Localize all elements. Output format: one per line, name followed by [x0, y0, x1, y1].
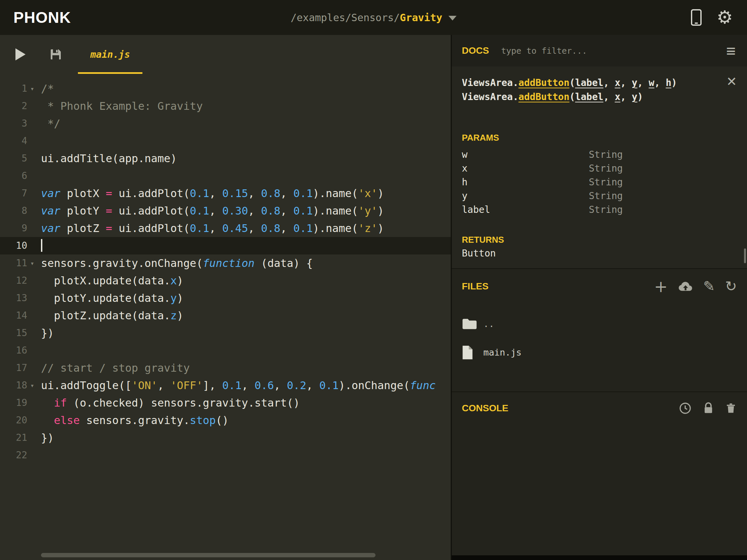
code-lines[interactable]: 1▾/*2 * Phonk Example: Gravity3 */45ui.a…	[0, 74, 451, 464]
file-icon	[462, 345, 483, 360]
code-line[interactable]: 11▾sensors.gravity.onChange(function (da…	[0, 255, 451, 272]
code-text: /*	[37, 80, 54, 97]
fold-marker-icon	[27, 394, 37, 411]
code-line[interactable]: 17// start / stop gravity	[0, 359, 451, 377]
param-row: labelString	[462, 203, 737, 217]
docs-signature: ViewsArea.addButton(label, x, y, w, h)	[462, 76, 737, 90]
file-row-parent-dir[interactable]: ..	[452, 310, 747, 338]
editor-horizontal-scrollbar[interactable]	[41, 553, 376, 557]
code-line[interactable]: 22	[0, 447, 451, 464]
code-text: // start / stop gravity	[37, 359, 190, 377]
code-line[interactable]: 5ui.addTitle(app.name)	[0, 150, 451, 167]
code-text: plotZ.update(data.z)	[37, 307, 183, 324]
trash-icon[interactable]	[725, 402, 737, 415]
line-number: 16	[0, 342, 27, 359]
code-line[interactable]: 9var plotZ = ui.addPlot(0.1, 0.45, 0.8, …	[0, 219, 451, 237]
files-title: FILES	[462, 281, 488, 292]
breadcrumb-path: /examples/Sensors/	[290, 12, 400, 24]
play-icon	[16, 48, 26, 60]
fold-marker-icon[interactable]: ▾	[27, 255, 37, 272]
save-floppy-icon	[49, 48, 62, 61]
code-text: var plotY = ui.addPlot(0.1, 0.30, 0.8, 0…	[37, 202, 384, 219]
line-number: 19	[0, 394, 27, 411]
line-number: 20	[0, 411, 27, 429]
line-number: 18	[0, 377, 27, 394]
device-phone-icon[interactable]	[691, 9, 702, 26]
param-row: hString	[462, 175, 737, 189]
fold-marker-icon	[27, 150, 37, 167]
fold-marker-icon[interactable]: ▾	[27, 377, 37, 394]
history-clock-icon[interactable]	[678, 402, 692, 415]
code-line[interactable]: 16	[0, 342, 451, 359]
phonk-app: PHONK /examples/Sensors/Gravity ⚙ main.j…	[0, 0, 747, 560]
param-row: wString	[462, 148, 737, 161]
code-editor: main.js 1▾/*2 * Phonk Example: Gravity3 …	[0, 35, 451, 560]
code-text	[37, 342, 41, 359]
fold-marker-icon	[27, 219, 37, 237]
close-icon[interactable]: ✕	[726, 75, 737, 88]
settings-gear-icon[interactable]: ⚙	[717, 8, 733, 27]
code-text	[37, 132, 41, 150]
line-number: 14	[0, 307, 27, 324]
code-line[interactable]: 18▾ui.addToggle(['ON', 'OFF'], 0.1, 0.6,…	[0, 377, 451, 394]
upload-cloud-icon[interactable]	[678, 280, 693, 292]
line-number: 1	[0, 80, 27, 97]
fold-marker-icon[interactable]: ▾	[27, 80, 37, 97]
fold-marker-icon	[27, 97, 37, 115]
line-number: 4	[0, 132, 27, 150]
param-type: String	[589, 161, 623, 175]
code-line[interactable]: 2 * Phonk Example: Gravity	[0, 97, 451, 115]
topbar-icons: ⚙	[691, 8, 733, 27]
console-header: CONSOLE	[452, 392, 747, 415]
save-button[interactable]	[49, 48, 62, 61]
param-name: label	[462, 203, 589, 217]
console-panel: CONSOLE	[452, 392, 747, 560]
console-title: CONSOLE	[462, 403, 508, 414]
code-line[interactable]: 1▾/*	[0, 80, 451, 97]
run-play-button[interactable]	[16, 48, 27, 60]
project-selector[interactable]: /examples/Sensors/Gravity	[290, 12, 457, 24]
fold-marker-icon	[27, 132, 37, 150]
param-row: xString	[462, 161, 737, 175]
file-row-main-js[interactable]: main.js	[452, 338, 747, 367]
menu-icon[interactable]: ≡	[726, 43, 736, 58]
code-line[interactable]: 15})	[0, 324, 451, 342]
file-label: main.js	[483, 347, 522, 357]
code-text: else sensors.gravity.stop()	[37, 411, 229, 429]
line-number: 6	[0, 167, 27, 185]
edit-pencil-icon[interactable]: ✎	[703, 279, 715, 293]
fold-marker-icon	[27, 272, 37, 289]
add-file-icon[interactable]: +	[654, 278, 667, 294]
lock-icon[interactable]	[702, 402, 715, 415]
line-number: 9	[0, 219, 27, 237]
code-text: plotY.update(data.y)	[37, 289, 183, 307]
code-line[interactable]: 20 else sensors.gravity.stop()	[0, 411, 451, 429]
tab-label: main.js	[91, 49, 130, 60]
code-line[interactable]: 8var plotY = ui.addPlot(0.1, 0.30, 0.8, …	[0, 202, 451, 219]
code-line[interactable]: 4	[0, 132, 451, 150]
code-text: var plotX = ui.addPlot(0.1, 0.15, 0.8, 0…	[37, 185, 384, 202]
line-number: 3	[0, 115, 27, 132]
param-type: String	[589, 203, 623, 217]
param-name: h	[462, 175, 589, 189]
docs-filter-input[interactable]	[501, 46, 646, 56]
returns-value: Button	[462, 248, 737, 259]
line-number: 8	[0, 202, 27, 219]
code-line[interactable]: 21})	[0, 429, 451, 447]
refresh-icon[interactable]: ↻	[725, 279, 737, 293]
fold-marker-icon	[27, 237, 37, 255]
code-line[interactable]: 6	[0, 167, 451, 185]
code-line[interactable]: 13 plotY.update(data.y)	[0, 289, 451, 307]
tab-main-js[interactable]: main.js	[78, 35, 143, 74]
code-line[interactable]: 3 */	[0, 115, 451, 132]
caret-down-icon	[448, 16, 457, 21]
code-line[interactable]: 19 if (o.checked) sensors.gravity.start(…	[0, 394, 451, 411]
panel-vertical-scrollbar[interactable]	[744, 248, 746, 263]
code-line[interactable]: 14 plotZ.update(data.z)	[0, 307, 451, 324]
code-line[interactable]: 12 plotX.update(data.x)	[0, 272, 451, 289]
param-name: w	[462, 148, 589, 161]
line-number: 12	[0, 272, 27, 289]
code-line[interactable]: 10	[0, 237, 451, 255]
fold-marker-icon	[27, 411, 37, 429]
code-line[interactable]: 7var plotX = ui.addPlot(0.1, 0.15, 0.8, …	[0, 185, 451, 202]
